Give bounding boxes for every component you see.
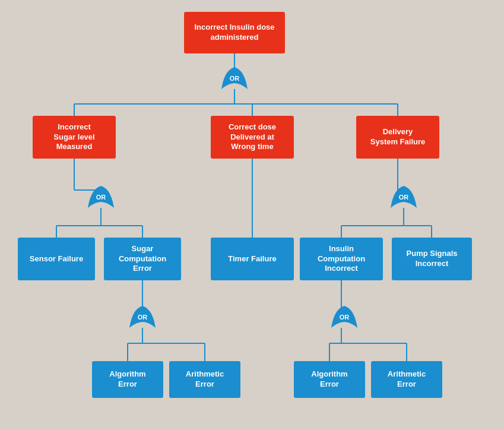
l2-pump-box: Pump SignalsIncorrect <box>392 238 472 280</box>
or-gate-2: OR <box>85 183 117 211</box>
l3-algo1-box: AlgorithmError <box>92 361 163 398</box>
l2-timer-box: Timer Failure <box>211 238 294 280</box>
l2-sugar-box: SugarComputationError <box>104 238 181 280</box>
l3-algo2-box: AlgorithmError <box>294 361 365 398</box>
or-gate-4: OR <box>126 303 159 331</box>
fault-tree-diagram: Incorrect Insulin dose administered OR I… <box>0 0 504 430</box>
l2-insulin-box: InsulinComputationIncorrect <box>300 238 383 280</box>
l1-left-box: IncorrectSugar levelMeasured <box>33 116 116 159</box>
or-gate-5: OR <box>328 303 360 331</box>
l1-right-box: DeliverySystem Failure <box>356 116 439 159</box>
l1-mid-box: Correct doseDelivered atWrong time <box>211 116 294 159</box>
or-gate-3: OR <box>388 183 420 211</box>
or-gate-1: OR <box>218 64 251 93</box>
l3-arith1-box: ArithmeticError <box>169 361 240 398</box>
l2-sensor-box: Sensor Failure <box>18 238 95 280</box>
root-box: Incorrect Insulin dose administered <box>184 12 285 53</box>
l3-arith2-box: ArithmeticError <box>371 361 442 398</box>
